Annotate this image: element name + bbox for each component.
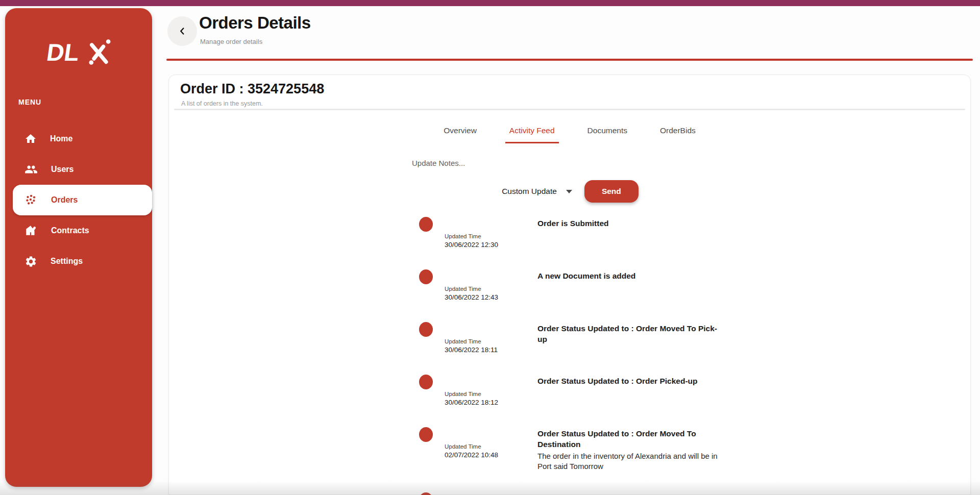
update-type-selected-value: Custom Update [502, 187, 557, 196]
top-accent-bar [0, 0, 980, 6]
feed-title: Order Status Updated to : Order Picked-u… [537, 376, 721, 387]
feed-dot-icon [419, 322, 433, 337]
users-icon [24, 163, 38, 176]
feed-dot-icon [419, 427, 433, 442]
feed-time-label: Updated Time [445, 391, 537, 397]
feed-item: Updated Time 02/07/2022 10:48 Order Stat… [412, 427, 728, 472]
feed-time-value: 30/06/2022 12:30 [445, 241, 537, 249]
feed-dot-icon [419, 269, 433, 284]
activity-feed-panel: Custom Update Send Updated Time 30/06/20… [412, 156, 728, 495]
feed-time-value: 02/07/2022 10:48 [445, 451, 537, 459]
feed-item: Updated Time 30/06/2022 18:12 Order Stat… [412, 375, 728, 406]
sidebar-item-label: Home [50, 134, 72, 143]
feed-time-label: Updated Time [445, 443, 537, 450]
feed-item: Order Status Updated to : Has Issue [412, 492, 728, 495]
tab-activity-feed[interactable]: Activity Feed [505, 126, 559, 143]
back-button[interactable] [167, 16, 197, 46]
order-id-subtitle: A list of orders in the system. [181, 100, 263, 107]
tab-documents[interactable]: Documents [583, 126, 631, 143]
sidebar-nav: Home Users Orders Contracts [5, 123, 152, 277]
feed-time-value: 30/06/2022 12:43 [445, 293, 537, 301]
sidebar-item-settings[interactable]: Settings [5, 246, 152, 277]
feed-item: Updated Time 30/06/2022 12:30 Order is S… [412, 217, 728, 249]
page-subtitle: Manage order details [200, 38, 262, 45]
sidebar-item-home[interactable]: Home [5, 123, 152, 154]
feed-dot-icon [419, 375, 433, 389]
page-title: Orders Details [199, 13, 311, 33]
sidebar-item-contracts[interactable]: Contracts [5, 215, 152, 246]
tab-orderbids[interactable]: OrderBids [656, 126, 700, 143]
feed-time-value: 30/06/2022 18:12 [445, 399, 537, 406]
svg-text:DL: DL [45, 39, 81, 66]
update-notes-input[interactable] [412, 159, 585, 167]
card-divider [174, 109, 965, 110]
order-tabs: Overview Activity Feed Documents OrderBi… [169, 126, 970, 143]
sidebar-item-orders[interactable]: Orders [13, 185, 152, 215]
contracts-icon [24, 224, 38, 237]
update-type-select[interactable]: Custom Update [502, 187, 572, 196]
sidebar-item-label: Settings [51, 257, 83, 266]
sidebar-item-users[interactable]: Users [5, 154, 152, 185]
feed-item: Updated Time 30/06/2022 12:43 A new Docu… [412, 269, 728, 301]
feed-dot-icon [419, 217, 433, 232]
orders-icon [24, 193, 38, 207]
sidebar-item-label: Contracts [51, 226, 89, 235]
sidebar-item-label: Orders [51, 195, 78, 205]
header-divider [166, 59, 973, 61]
home-icon [24, 133, 37, 145]
dlx-logo-graphic: DL [40, 38, 117, 66]
settings-icon [24, 255, 37, 268]
chevron-down-icon [566, 190, 572, 193]
menu-section-label: MENU [18, 98, 41, 106]
feed-time-label: Updated Time [445, 233, 537, 239]
feed-time-label: Updated Time [445, 338, 537, 344]
feed-dot-icon [419, 492, 433, 495]
dlx-logo: DL [5, 38, 152, 68]
feed-time-value: 30/06/2022 18:11 [445, 346, 537, 354]
tab-overview[interactable]: Overview [439, 126, 481, 143]
feed-item: Updated Time 30/06/2022 18:11 Order Stat… [412, 322, 728, 354]
send-update-row: Custom Update Send [412, 180, 728, 203]
feed-time-label: Updated Time [445, 286, 537, 292]
chevron-left-icon [177, 26, 188, 37]
feed-title: Order Status Updated to : Order Moved To… [537, 324, 721, 345]
sidebar-item-label: Users [51, 165, 74, 174]
order-details-card: Order ID : 3524725548 A list of orders i… [168, 75, 971, 495]
sidebar: DL MENU Home Users [5, 8, 152, 487]
activity-feed-list: Updated Time 30/06/2022 12:30 Order is S… [412, 217, 728, 495]
send-button[interactable]: Send [584, 180, 639, 203]
feed-title: Order Status Updated to : Order Moved To… [537, 429, 721, 450]
feed-description: The order in the inventory of Alexandria… [537, 451, 721, 472]
feed-title: Order is Submitted [537, 218, 721, 229]
feed-title: A new Document is added [537, 271, 721, 282]
order-id-title: Order ID : 3524725548 [180, 81, 324, 97]
